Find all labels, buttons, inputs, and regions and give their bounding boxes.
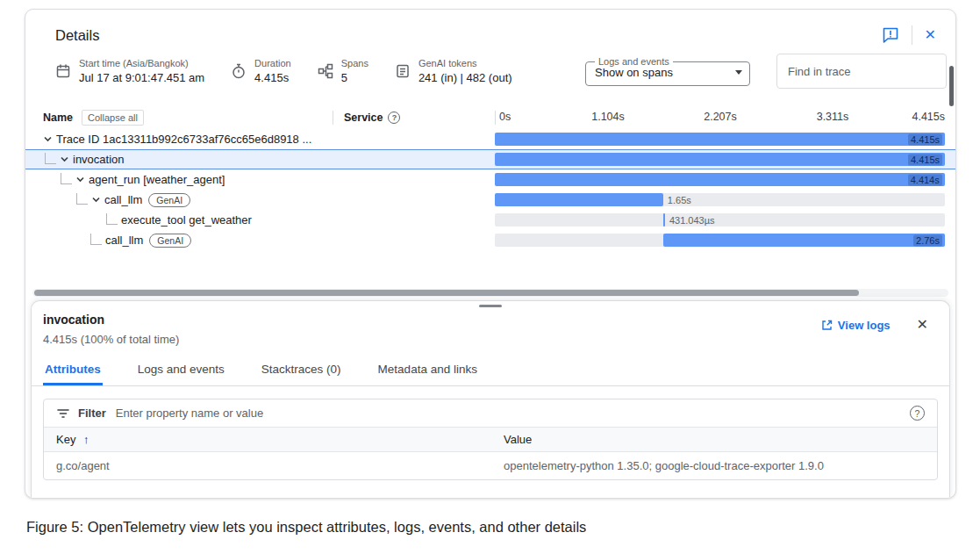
span-name: invocation <box>73 153 125 166</box>
spans-icon <box>318 63 333 79</box>
detail-tabs: Attributes Logs and events Stacktraces (… <box>32 355 949 386</box>
trace-row-invocation[interactable]: invocation 4.415s <box>25 149 955 169</box>
tab-attributes[interactable]: Attributes <box>43 355 103 385</box>
start-time-value: Jul 17 at 9:01:47.451 am <box>79 71 204 84</box>
view-logs-label: View logs <box>838 319 891 332</box>
tab-metadata-and-links[interactable]: Metadata and links <box>376 355 479 385</box>
horizontal-scrollbar-thumb[interactable] <box>34 290 859 296</box>
key-column-header[interactable]: Key <box>56 433 75 446</box>
close-icon[interactable]: ✕ <box>925 28 936 42</box>
close-detail-icon[interactable]: ✕ <box>917 318 928 332</box>
trace-row-call-llm-1[interactable]: call_llm GenAI 1.65s <box>25 190 955 210</box>
collapse-all-button[interactable]: Collapse all <box>82 110 144 126</box>
span-duration-label: 2.76s <box>913 234 942 246</box>
timeline-tick: 3.311s <box>817 111 849 123</box>
span-bar[interactable]: 4.414s <box>495 173 945 186</box>
genai-badge: GenAI <box>149 234 191 248</box>
timeline-tick: 1.104s <box>591 111 625 123</box>
spans-value: 5 <box>341 71 368 84</box>
trace-details-panel: Details ✕ Start tim <box>25 9 956 499</box>
span-duration-label: 4.415s <box>908 154 942 165</box>
sort-ascending-icon: ↑ <box>83 433 89 446</box>
chevron-down-icon[interactable] <box>91 195 101 205</box>
span-bar[interactable]: 1.65s <box>495 193 663 206</box>
duration-label: Duration <box>254 58 291 68</box>
span-detail-title: invocation <box>43 313 179 327</box>
trace-row-agent-run[interactable]: agent_run [weather_agent] 4.414s <box>25 169 955 190</box>
span-bar[interactable]: 2.76s <box>663 234 945 247</box>
drag-handle[interactable] <box>479 305 502 307</box>
vertical-scrollbar-thumb[interactable] <box>949 66 954 106</box>
timeline-tick: 2.207s <box>704 111 737 123</box>
attribute-key: g.co/agent <box>56 459 504 472</box>
value-column-header: Value <box>504 433 925 446</box>
span-duration-label: 431.043µs <box>669 214 715 226</box>
tree-connector <box>76 193 88 205</box>
span-duration-label: 4.414s <box>908 174 942 185</box>
attributes-header-row: Key ↑ Value <box>44 427 937 452</box>
span-bar[interactable]: 4.415s <box>495 133 945 146</box>
filter-help-icon[interactable]: ? <box>910 406 925 421</box>
tokens-icon <box>395 63 411 79</box>
genai-badge: GenAI <box>148 193 190 207</box>
span-duration-label: 1.65s <box>668 194 691 205</box>
duration-summary: Duration 4.415s <box>231 58 291 84</box>
trace-row-call-llm-2[interactable]: call_llm GenAI 2.76s <box>25 230 955 250</box>
tab-logs-and-events[interactable]: Logs and events <box>136 355 226 385</box>
span-name: call_llm <box>104 193 142 206</box>
tree-connector <box>90 234 102 245</box>
calendar-icon <box>55 63 71 79</box>
genai-tokens-summary: GenAI tokens 241 (in) | 482 (out) <box>395 58 512 84</box>
span-detail-panel: invocation 4.415s (100% of total time) V… <box>31 300 950 498</box>
filter-row: Filter ? <box>44 399 937 427</box>
panel-title: Details <box>55 27 99 44</box>
logs-and-events-dropdown-value: Show on spans <box>595 66 673 79</box>
attributes-table: Filter ? Key ↑ Value g.co/agent opentele… <box>43 399 938 480</box>
genai-tokens-value: 241 (in) | 482 (out) <box>418 71 512 84</box>
find-in-trace-input[interactable] <box>776 54 947 89</box>
trace-rows: Trace ID 1ac13311b992c6733af76cc65e6d891… <box>25 129 955 250</box>
spans-summary: Spans 5 <box>318 58 368 84</box>
span-name: call_llm <box>105 234 143 247</box>
spans-label: Spans <box>341 58 368 68</box>
timeline-tick: 4.415s <box>912 111 945 123</box>
tab-stacktraces[interactable]: Stacktraces (0) <box>260 355 343 385</box>
timeline-track <box>495 213 945 227</box>
service-column-header: Service <box>344 112 383 124</box>
service-help-icon[interactable]: ? <box>388 112 400 124</box>
span-bar[interactable]: 4.415s <box>495 153 945 166</box>
span-detail-subtitle: 4.415s (100% of total time) <box>43 333 179 346</box>
span-name: agent_run [weather_agent] <box>89 173 225 186</box>
start-time-summary: Start time (Asia/Bangkok) Jul 17 at 9:01… <box>55 58 204 84</box>
filter-icon <box>56 407 70 421</box>
trace-row-execute-tool[interactable]: execute_tool get_weather 431.043µs <box>25 210 955 230</box>
header-divider <box>912 25 912 45</box>
span-duration-label: 4.415s <box>908 133 942 145</box>
panel-header: Details ✕ <box>25 10 955 45</box>
open-in-new-icon <box>821 320 833 331</box>
attribute-value: opentelemetry-python 1.35.0; google-clou… <box>504 459 925 472</box>
span-name: execute_tool get_weather <box>121 213 252 227</box>
span-name: Trace ID 1ac13311b992c6733af76cc65e6d891… <box>56 133 311 146</box>
span-bar[interactable]: 431.043µs <box>663 213 665 227</box>
horizontal-scrollbar[interactable] <box>32 289 948 297</box>
attribute-row: g.co/agent opentelemetry-python 1.35.0; … <box>44 452 937 479</box>
trace-table-header: Name Collapse all Service ? 0s 1.104s 2.… <box>25 106 955 129</box>
chevron-down-icon[interactable] <box>43 134 53 144</box>
filter-input[interactable] <box>114 406 902 421</box>
view-logs-link[interactable]: View logs <box>821 319 891 332</box>
name-column-header: Name <box>43 112 73 124</box>
header-actions: ✕ <box>882 25 936 45</box>
chevron-down-icon[interactable] <box>75 175 85 184</box>
figure-caption: Figure 5: OpenTelemetry view lets you in… <box>26 519 586 536</box>
start-time-label: Start time (Asia/Bangkok) <box>79 58 204 68</box>
trace-row-trace-id[interactable]: Trace ID 1ac13311b992c6733af76cc65e6d891… <box>25 129 955 149</box>
timer-icon <box>231 63 247 79</box>
duration-value: 4.415s <box>254 71 291 84</box>
tree-connector <box>61 173 72 184</box>
logs-and-events-dropdown[interactable]: Logs and events Show on spans <box>585 56 750 86</box>
timeline-axis: 0s 1.104s 2.207s 3.311s 4.415s <box>495 111 945 125</box>
tree-connector <box>45 153 56 164</box>
chevron-down-icon[interactable] <box>60 155 69 164</box>
feedback-icon[interactable] <box>882 26 899 44</box>
